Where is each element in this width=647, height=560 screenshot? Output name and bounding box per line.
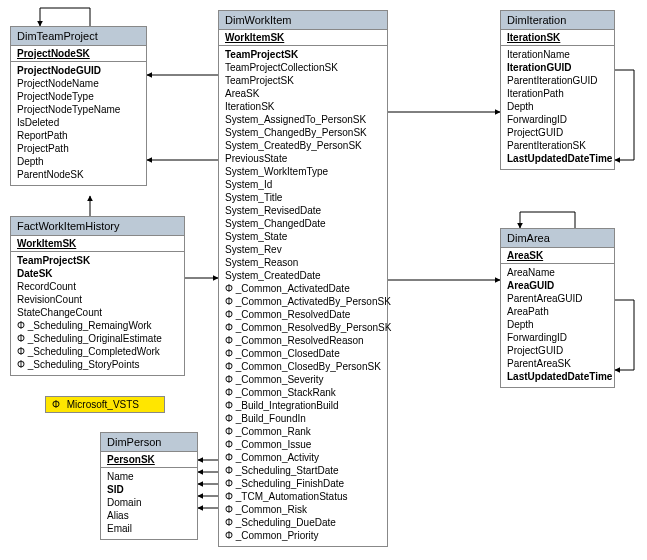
- entity-field: System_Reason: [225, 256, 381, 269]
- entity-field: System_Title: [225, 191, 381, 204]
- entity-fact-workitem-history: FactWorkItemHistory WorkItemSK TeamProje…: [10, 216, 185, 376]
- entity-fields: AreaNameAreaGUIDParentAreaGUIDAreaPathDe…: [501, 264, 614, 387]
- entity-field: Φ _Scheduling_DueDate: [225, 516, 381, 529]
- entity-field: Φ _Scheduling_FinishDate: [225, 477, 381, 490]
- entity-field: LastUpdatedDateTime: [507, 152, 608, 165]
- entity-dim-area: DimArea AreaSK AreaNameAreaGUIDParentAre…: [500, 228, 615, 388]
- entity-field: SID: [107, 483, 191, 496]
- entity-field: Φ _TCM_AutomationStatus: [225, 490, 381, 503]
- entity-field: AreaGUID: [507, 279, 608, 292]
- entity-field: AreaSK: [225, 87, 381, 100]
- entity-field: ProjectNodeName: [17, 77, 140, 90]
- entity-field: ReportPath: [17, 129, 140, 142]
- entity-field: AreaName: [507, 266, 608, 279]
- entity-field: ForwardingID: [507, 331, 608, 344]
- entity-dim-team-project: DimTeamProject ProjectNodeSK ProjectNode…: [10, 26, 147, 186]
- entity-field: System_RevisedDate: [225, 204, 381, 217]
- entity-field: Φ _Common_ActivatedBy_PersonSK: [225, 295, 381, 308]
- entity-field: ParentAreaGUID: [507, 292, 608, 305]
- entity-field: Φ _Common_Priority: [225, 529, 381, 542]
- entity-title: DimPerson: [101, 433, 197, 452]
- entity-field: Φ _Common_Issue: [225, 438, 381, 451]
- legend-symbol: Φ: [52, 399, 60, 410]
- entity-field: TeamProjectCollectionSK: [225, 61, 381, 74]
- entity-field: Φ _Common_ResolvedReason: [225, 334, 381, 347]
- entity-field: System_Id: [225, 178, 381, 191]
- entity-field: ProjectNodeGUID: [17, 64, 140, 77]
- entity-fields: IterationNameIterationGUIDParentIteratio…: [501, 46, 614, 169]
- entity-field: ProjectNodeTypeName: [17, 103, 140, 116]
- entity-field: RecordCount: [17, 280, 178, 293]
- entity-field: System_ChangedBy_PersonSK: [225, 126, 381, 139]
- entity-field: ProjectNodeType: [17, 90, 140, 103]
- entity-field: Depth: [507, 100, 608, 113]
- entity-field: System_WorkItemType: [225, 165, 381, 178]
- entity-field: System_State: [225, 230, 381, 243]
- entity-field: ParentNodeSK: [17, 168, 140, 181]
- entity-field: Φ _Common_Risk: [225, 503, 381, 516]
- entity-field: Φ _Common_ClosedBy_PersonSK: [225, 360, 381, 373]
- entity-field: Φ _Common_Severity: [225, 373, 381, 386]
- entity-pk: ProjectNodeSK: [11, 46, 146, 62]
- entity-field: AreaPath: [507, 305, 608, 318]
- entity-title: DimTeamProject: [11, 27, 146, 46]
- entity-field: ProjectGUID: [507, 344, 608, 357]
- entity-field: TeamProjectSK: [225, 74, 381, 87]
- entity-field: ParentIterationGUID: [507, 74, 608, 87]
- entity-field: Φ _Common_StackRank: [225, 386, 381, 399]
- entity-field: PreviousState: [225, 152, 381, 165]
- entity-field: Φ _Common_ResolvedDate: [225, 308, 381, 321]
- entity-pk: AreaSK: [501, 248, 614, 264]
- entity-field: Φ _Scheduling_CompletedWork: [17, 345, 178, 358]
- entity-field: Φ _Common_Rank: [225, 425, 381, 438]
- entity-field: LastUpdatedDateTime: [507, 370, 608, 383]
- entity-field: Φ _Common_Activity: [225, 451, 381, 464]
- entity-field: Email: [107, 522, 191, 535]
- entity-field: IterationName: [507, 48, 608, 61]
- entity-field: StateChangeCount: [17, 306, 178, 319]
- entity-field: Φ _Common_ResolvedBy_PersonSK: [225, 321, 381, 334]
- entity-field: ParentIterationSK: [507, 139, 608, 152]
- entity-pk: PersonSK: [101, 452, 197, 468]
- entity-field: Domain: [107, 496, 191, 509]
- entity-field: Φ _Common_ClosedDate: [225, 347, 381, 360]
- entity-pk: WorkItemSK: [11, 236, 184, 252]
- entity-field: RevisionCount: [17, 293, 178, 306]
- entity-dim-iteration: DimIteration IterationSK IterationNameIt…: [500, 10, 615, 170]
- entity-field: Depth: [507, 318, 608, 331]
- entity-pk: WorkItemSK: [219, 30, 387, 46]
- entity-field: Φ _Scheduling_OriginalEstimate: [17, 332, 178, 345]
- entity-field: IsDeleted: [17, 116, 140, 129]
- entity-field: Φ _Scheduling_StoryPoints: [17, 358, 178, 371]
- entity-field: System_Rev: [225, 243, 381, 256]
- entity-field: IterationGUID: [507, 61, 608, 74]
- entity-field: System_AssignedTo_PersonSK: [225, 113, 381, 126]
- entity-fields: NameSIDDomainAliasEmail: [101, 468, 197, 539]
- entity-field: ForwardingID: [507, 113, 608, 126]
- entity-fields: ProjectNodeGUIDProjectNodeNameProjectNod…: [11, 62, 146, 185]
- entity-title: FactWorkItemHistory: [11, 217, 184, 236]
- entity-field: Φ _Build_IntegrationBuild: [225, 399, 381, 412]
- entity-field: ParentAreaSK: [507, 357, 608, 370]
- entity-field: Φ _Scheduling_RemaingWork: [17, 319, 178, 332]
- entity-field: IterationSK: [225, 100, 381, 113]
- entity-title: DimIteration: [501, 11, 614, 30]
- entity-title: DimWorkItem: [219, 11, 387, 30]
- entity-field: Name: [107, 470, 191, 483]
- entity-fields: TeamProjectSKDateSKRecordCountRevisionCo…: [11, 252, 184, 375]
- entity-pk: IterationSK: [501, 30, 614, 46]
- entity-fields: TeamProjectSKTeamProjectCollectionSKTeam…: [219, 46, 387, 546]
- entity-field: ProjectPath: [17, 142, 140, 155]
- entity-title: DimArea: [501, 229, 614, 248]
- entity-field: System_CreatedDate: [225, 269, 381, 282]
- entity-field: Φ _Build_FoundIn: [225, 412, 381, 425]
- entity-field: System_ChangedDate: [225, 217, 381, 230]
- entity-dim-workitem: DimWorkItem WorkItemSK TeamProjectSKTeam…: [218, 10, 388, 547]
- entity-field: Φ _Scheduling_StartDate: [225, 464, 381, 477]
- entity-field: Φ _Common_ActivatedDate: [225, 282, 381, 295]
- entity-field: IterationPath: [507, 87, 608, 100]
- entity-field: TeamProjectSK: [17, 254, 178, 267]
- entity-field: Depth: [17, 155, 140, 168]
- legend: Φ Microsoft_VSTS: [45, 396, 165, 413]
- legend-label: Microsoft_VSTS: [67, 399, 139, 410]
